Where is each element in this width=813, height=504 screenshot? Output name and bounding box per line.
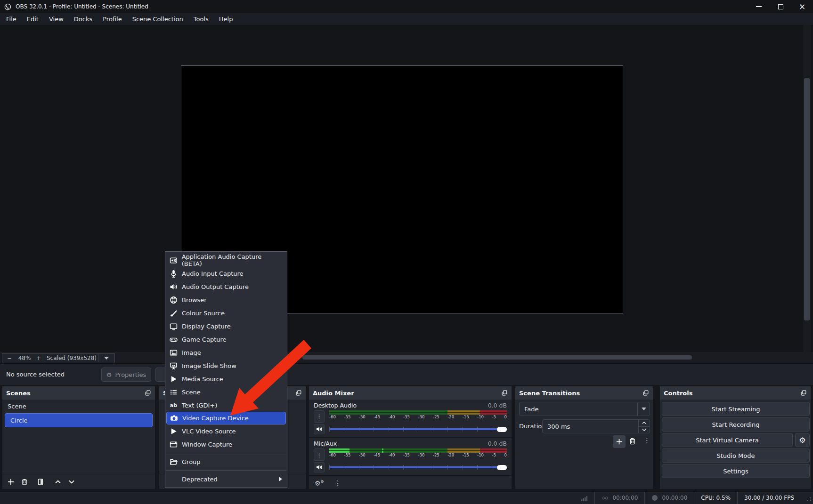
dock-popout-icon[interactable] — [295, 390, 302, 396]
virtual-camera-settings-button[interactable]: ⚙ — [795, 433, 810, 447]
scenes-toolbar — [2, 474, 155, 489]
dock-popout-icon[interactable] — [501, 390, 508, 396]
obs-logo-icon — [4, 3, 11, 10]
menu-item-game-capture[interactable]: Game Capture — [165, 333, 287, 346]
duration-input[interactable]: 300 ms — [542, 419, 650, 433]
duration-increase-button[interactable] — [639, 420, 650, 427]
menu-item-display-capture[interactable]: Display Capture — [165, 320, 287, 333]
transition-select[interactable]: Fade — [519, 402, 650, 416]
menu-item-video-capture-device[interactable]: Video Capture Device — [166, 412, 286, 424]
channel-options-button[interactable]: ⋮ — [314, 448, 325, 461]
menu-item-deprecated[interactable]: Deprecated — [165, 472, 287, 486]
close-icon: × — [799, 3, 805, 11]
vertical-scrollbar[interactable] — [803, 25, 811, 352]
duration-decrease-button[interactable] — [639, 427, 650, 433]
gear-icon: ⚙ — [106, 371, 112, 378]
vertical-scrollbar-thumb[interactable] — [804, 78, 810, 320]
advanced-audio-properties-button[interactable]: ⚙⚙ — [315, 480, 324, 487]
move-scene-down-button[interactable] — [68, 478, 75, 486]
stream-status-icon — [602, 495, 609, 502]
menu-docks[interactable]: Docks — [69, 13, 98, 25]
menu-scene-collection[interactable]: Scene Collection — [127, 13, 188, 25]
transition-select-arrow[interactable] — [637, 402, 650, 416]
start-recording-button[interactable]: Start Recording — [662, 417, 810, 432]
slideshow-icon — [170, 362, 178, 370]
menu-item-application-audio-capture[interactable]: Application Audio Capture (BETA) — [165, 254, 287, 267]
maximize-button[interactable] — [770, 0, 791, 13]
zoom-out-button[interactable]: − — [2, 354, 16, 362]
mixer-channel-mic-aux: Mic/Aux 0.0 dB ⋮ -60-55-50-45-40-35-30-2… — [309, 438, 512, 473]
db-scale: -60-55-50-45-40-35-30-25-20-15-10-50 — [329, 415, 507, 419]
close-button[interactable]: × — [791, 0, 813, 13]
colour-source-icon — [170, 309, 178, 317]
scene-list-item[interactable]: Scene — [2, 400, 155, 413]
scale-label: Scaled (939x528) — [45, 354, 98, 362]
menu-edit[interactable]: Edit — [22, 13, 44, 25]
menu-file[interactable]: File — [1, 13, 22, 25]
move-scene-up-button[interactable] — [54, 478, 62, 486]
menu-item-audio-input-capture[interactable]: Audio Input Capture — [165, 267, 287, 280]
fps-counter: 30.00 / 30.00 FPS — [744, 495, 794, 501]
volume-slider-handle[interactable] — [497, 465, 507, 470]
scene-transitions-panel: Scene Transitions Fade Duration 300 ms ⋮ — [515, 386, 653, 489]
scene-list-item-selected[interactable]: Circle — [5, 413, 153, 427]
controls-panel: Controls Start Streaming Start Recording… — [659, 386, 811, 489]
no-source-selected-label: No source selected — [6, 371, 65, 378]
mixer-options-button[interactable]: ⋮ — [334, 479, 341, 488]
volume-slider-handle[interactable] — [497, 427, 507, 432]
menu-item-audio-output-capture[interactable]: Audio Output Capture — [165, 280, 287, 293]
menu-item-colour-source[interactable]: Colour Source — [165, 306, 287, 320]
mute-button[interactable] — [314, 424, 325, 434]
app-audio-capture-icon — [170, 256, 178, 264]
zoom-in-button[interactable]: + — [33, 354, 45, 362]
menu-item-window-capture[interactable]: Window Capture — [165, 438, 287, 451]
dock-popout-icon[interactable] — [145, 390, 151, 396]
menu-help[interactable]: Help — [214, 13, 238, 25]
channel-level: 0.0 dB — [488, 440, 507, 447]
resize-grip[interactable] — [805, 495, 811, 501]
dock-popout-icon[interactable] — [642, 390, 649, 396]
mute-button[interactable] — [314, 462, 325, 472]
menu-tools[interactable]: Tools — [188, 13, 214, 25]
chevron-up-icon — [642, 420, 647, 425]
menu-view[interactable]: View — [44, 13, 69, 25]
remove-transition-button[interactable] — [628, 437, 636, 445]
transition-options-button[interactable]: ⋮ — [643, 436, 650, 445]
menu-item-media-source[interactable]: Media Source — [165, 372, 287, 385]
dock-popout-icon[interactable] — [800, 390, 807, 396]
menu-item-group[interactable]: Group — [165, 455, 287, 468]
volume-slider[interactable] — [329, 426, 507, 432]
cpu-usage: CPU: 0.5% — [701, 495, 731, 501]
signal-bars-icon — [581, 495, 588, 502]
camera-icon — [170, 414, 178, 422]
scene-filters-button[interactable] — [37, 478, 44, 486]
add-scene-button[interactable] — [7, 478, 15, 486]
volume-slider[interactable] — [329, 464, 507, 471]
start-streaming-button[interactable]: Start Streaming — [662, 402, 810, 416]
menu-item-image[interactable]: Image — [165, 346, 287, 359]
menu-item-text-gdi[interactable]: abText (GDI+) — [165, 399, 287, 412]
minimize-button[interactable] — [748, 0, 770, 13]
start-virtual-camera-button[interactable]: Start Virtual Camera — [662, 433, 793, 447]
channel-options-button[interactable]: ⋮ — [314, 410, 325, 423]
scale-dropdown-button[interactable] — [98, 354, 114, 362]
menu-item-image-slide-show[interactable]: Image Slide Show — [165, 359, 287, 372]
zoom-level: 48% — [16, 354, 33, 362]
audio-output-icon — [170, 283, 178, 291]
vlc-icon — [170, 427, 178, 435]
channel-name: Desktop Audio — [314, 402, 357, 409]
media-source-icon — [170, 375, 178, 383]
properties-button[interactable]: ⚙ Properties — [101, 368, 151, 382]
image-icon — [170, 349, 178, 357]
settings-button[interactable]: Settings — [662, 464, 810, 478]
channel-name: Mic/Aux — [314, 440, 337, 447]
menu-profile[interactable]: Profile — [98, 13, 127, 25]
remove-scene-button[interactable] — [21, 478, 28, 486]
scenes-panel-header: Scenes — [2, 386, 155, 400]
horizontal-scrollbar-thumb[interactable] — [302, 355, 692, 360]
add-transition-button[interactable] — [613, 435, 626, 448]
menu-item-vlc-video-source[interactable]: VLC Video Source — [165, 424, 287, 438]
menu-item-browser[interactable]: Browser — [165, 293, 287, 306]
studio-mode-button[interactable]: Studio Mode — [662, 448, 810, 463]
menu-item-scene[interactable]: Scene — [165, 385, 287, 399]
